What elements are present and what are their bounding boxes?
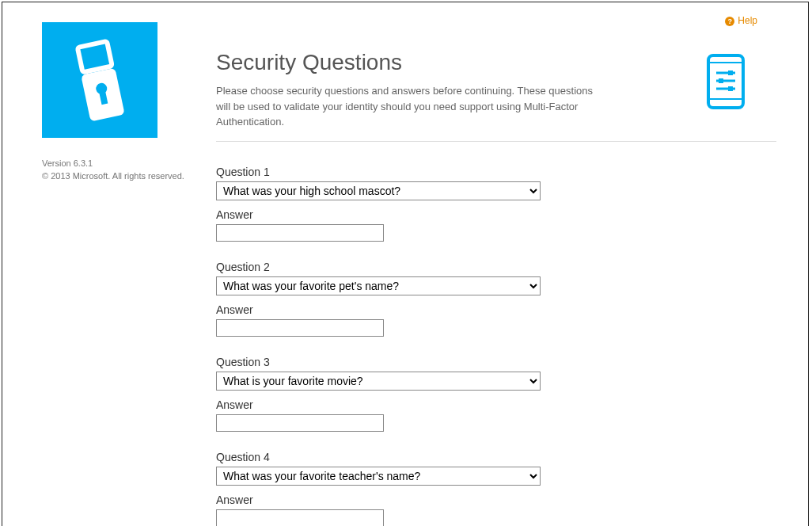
phone-lock-icon xyxy=(68,36,131,124)
question-4-label: Question 4 xyxy=(216,451,776,463)
copyright-text: © 2013 Microsoft. All rights reserved. xyxy=(42,171,200,181)
logo-tile xyxy=(42,22,157,138)
answer-2-input[interactable] xyxy=(216,319,384,337)
svg-rect-6 xyxy=(710,62,742,63)
question-1-select[interactable]: What was your high school mascot? xyxy=(216,181,541,200)
question-3-label: Question 3 xyxy=(216,356,776,368)
answer-2-label: Answer xyxy=(216,303,776,316)
question-block-1: Question 1 What was your high school mas… xyxy=(216,166,776,250)
help-link[interactable]: Help xyxy=(725,15,757,26)
question-block-2: Question 2 What was your favorite pet's … xyxy=(216,261,776,345)
question-block-4: Question 4 What was your favorite teache… xyxy=(216,451,776,527)
answer-1-input[interactable] xyxy=(216,224,384,242)
sidebar: Version 6.3.1 © 2013 Microsoft. All righ… xyxy=(2,2,200,526)
main-content: Help Security Questions Please choose se… xyxy=(200,2,808,526)
question-2-label: Question 2 xyxy=(216,261,776,273)
svg-rect-13 xyxy=(728,86,733,91)
question-3-select[interactable]: What is your favorite movie? xyxy=(216,372,541,391)
page-subtitle: Please choose security questions and ans… xyxy=(216,83,596,130)
svg-rect-9 xyxy=(728,71,733,75)
svg-rect-7 xyxy=(710,98,742,100)
answer-4-label: Answer xyxy=(216,494,776,506)
answer-4-input[interactable] xyxy=(216,509,384,527)
question-1-label: Question 1 xyxy=(216,166,776,178)
page-title: Security Questions xyxy=(216,50,672,75)
question-block-3: Question 3 What is your favorite movie? … xyxy=(216,356,776,440)
answer-3-label: Answer xyxy=(216,398,776,411)
settings-phone-icon xyxy=(704,54,748,109)
question-2-select[interactable]: What was your favorite pet's name? xyxy=(216,276,541,295)
answer-1-label: Answer xyxy=(216,208,776,221)
answer-3-input[interactable] xyxy=(216,414,384,432)
svg-rect-11 xyxy=(719,78,723,83)
question-4-select[interactable]: What was your favorite teacher's name? xyxy=(216,467,541,486)
divider xyxy=(216,141,776,142)
version-text: Version 6.3.1 xyxy=(42,158,200,168)
